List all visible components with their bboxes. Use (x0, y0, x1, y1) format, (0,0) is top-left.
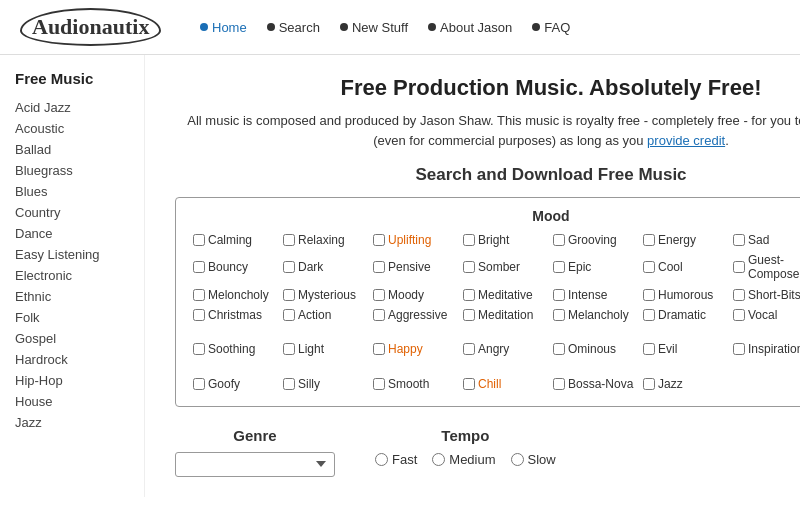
sidebar-link-acid-jazz[interactable]: Acid Jazz (15, 97, 129, 118)
mood-checkbox-somber[interactable] (463, 261, 475, 273)
mood-checkbox-evil[interactable] (643, 343, 655, 355)
sidebar-link-folk[interactable]: Folk (15, 307, 129, 328)
mood-label-uplifting[interactable]: Uplifting (388, 233, 431, 247)
nav-item-about-jason[interactable]: About Jason (428, 20, 512, 35)
mood-label-cool[interactable]: Cool (658, 260, 683, 274)
mood-label-vocal[interactable]: Vocal (748, 308, 777, 322)
sidebar-link-bluegrass[interactable]: Bluegrass (15, 160, 129, 181)
mood-label-epic[interactable]: Epic (568, 260, 591, 274)
mood-label-moody[interactable]: Moody (388, 288, 424, 302)
mood-checkbox-epic[interactable] (553, 261, 565, 273)
mood-checkbox-angry[interactable] (463, 343, 475, 355)
sidebar-link-easy-listening[interactable]: Easy Listening (15, 244, 129, 265)
nav-item-new-stuff[interactable]: New Stuff (340, 20, 408, 35)
tempo-radio-medium[interactable] (432, 453, 445, 466)
mood-checkbox-grooving[interactable] (553, 234, 565, 246)
mood-checkbox-guest-composer[interactable] (733, 261, 745, 273)
mood-checkbox-vocal[interactable] (733, 309, 745, 321)
mood-label-soothing[interactable]: Soothing (208, 342, 255, 356)
sidebar-link-hardrock[interactable]: Hardrock (15, 349, 129, 370)
mood-label-mysterious[interactable]: Mysterious (298, 288, 356, 302)
mood-label-action[interactable]: Action (298, 308, 331, 322)
mood-checkbox-inspiration[interactable] (733, 343, 745, 355)
sidebar-link-ballad[interactable]: Ballad (15, 139, 129, 160)
nav-item-home[interactable]: Home (200, 20, 247, 35)
mood-checkbox-cool[interactable] (643, 261, 655, 273)
mood-label-grooving[interactable]: Grooving (568, 233, 617, 247)
mood-checkbox-ominous[interactable] (553, 343, 565, 355)
mood-checkbox-uplifting[interactable] (373, 234, 385, 246)
mood-label-happy[interactable]: Happy (388, 342, 423, 356)
mood-label-aggressive[interactable]: Aggressive (388, 308, 447, 322)
mood-label-meditative[interactable]: Meditative (478, 288, 533, 302)
mood-label-meloncholy[interactable]: Meloncholy (208, 288, 269, 302)
mood-label-smooth[interactable]: Smooth (388, 377, 429, 391)
mood-checkbox-jazz2[interactable] (643, 378, 655, 390)
mood-label-chill[interactable]: Chill (478, 377, 501, 391)
mood-checkbox-meloncholy[interactable] (193, 289, 205, 301)
mood-checkbox-christmas[interactable] (193, 309, 205, 321)
mood-checkbox-happy[interactable] (373, 343, 385, 355)
mood-checkbox-mysterious[interactable] (283, 289, 295, 301)
mood-label-intense[interactable]: Intense (568, 288, 607, 302)
sidebar-link-hip-hop[interactable]: Hip-Hop (15, 370, 129, 391)
mood-label-pensive[interactable]: Pensive (388, 260, 431, 274)
genre-select[interactable]: AcousticBalladBluesCountryDanceElectroni… (175, 452, 335, 477)
mood-checkbox-meditative[interactable] (463, 289, 475, 301)
mood-checkbox-bossa-nova[interactable] (553, 378, 565, 390)
mood-label-bossa-nova[interactable]: Bossa-Nova (568, 377, 633, 391)
mood-label-dramatic[interactable]: Dramatic (658, 308, 706, 322)
mood-checkbox-dramatic[interactable] (643, 309, 655, 321)
mood-checkbox-short-bits[interactable] (733, 289, 745, 301)
mood-label-dark[interactable]: Dark (298, 260, 323, 274)
nav-item-faq[interactable]: FAQ (532, 20, 570, 35)
mood-label-ominous[interactable]: Ominous (568, 342, 616, 356)
mood-checkbox-chill[interactable] (463, 378, 475, 390)
mood-checkbox-light[interactable] (283, 343, 295, 355)
mood-label-inspiration[interactable]: Inspiration (748, 342, 800, 356)
mood-checkbox-silly[interactable] (283, 378, 295, 390)
mood-checkbox-intense[interactable] (553, 289, 565, 301)
sidebar-link-country[interactable]: Country (15, 202, 129, 223)
mood-label-evil[interactable]: Evil (658, 342, 677, 356)
mood-checkbox-meditation[interactable] (463, 309, 475, 321)
mood-checkbox-energy[interactable] (643, 234, 655, 246)
mood-label-jazz2[interactable]: Jazz (658, 377, 683, 391)
mood-checkbox-sad[interactable] (733, 234, 745, 246)
mood-label-bouncy[interactable]: Bouncy (208, 260, 248, 274)
mood-label-short-bits[interactable]: Short-Bits (748, 288, 800, 302)
mood-checkbox-action[interactable] (283, 309, 295, 321)
mood-checkbox-moody[interactable] (373, 289, 385, 301)
tempo-label-slow[interactable]: Slow (528, 452, 556, 467)
sidebar-link-jazz[interactable]: Jazz (15, 412, 129, 433)
mood-label-guest-composer[interactable]: Guest-Composer (748, 253, 800, 282)
mood-label-humorous[interactable]: Humorous (658, 288, 713, 302)
sidebar-link-acoustic[interactable]: Acoustic (15, 118, 129, 139)
mood-checkbox-melancholy[interactable] (553, 309, 565, 321)
sidebar-link-blues[interactable]: Blues (15, 181, 129, 202)
mood-label-meditation[interactable]: Meditation (478, 308, 533, 322)
tempo-label-medium[interactable]: Medium (449, 452, 495, 467)
mood-label-melancholy[interactable]: Melancholy (568, 308, 629, 322)
sidebar-link-electronic[interactable]: Electronic (15, 265, 129, 286)
mood-checkbox-relaxing[interactable] (283, 234, 295, 246)
mood-label-christmas[interactable]: Christmas (208, 308, 262, 322)
sidebar-link-ethnic[interactable]: Ethnic (15, 286, 129, 307)
mood-checkbox-pensive[interactable] (373, 261, 385, 273)
mood-label-angry[interactable]: Angry (478, 342, 509, 356)
mood-label-energy[interactable]: Energy (658, 233, 696, 247)
mood-checkbox-aggressive[interactable] (373, 309, 385, 321)
mood-checkbox-smooth[interactable] (373, 378, 385, 390)
mood-label-goofy[interactable]: Goofy (208, 377, 240, 391)
mood-label-somber[interactable]: Somber (478, 260, 520, 274)
sidebar-link-dance[interactable]: Dance (15, 223, 129, 244)
tempo-label-fast[interactable]: Fast (392, 452, 417, 467)
mood-label-bright[interactable]: Bright (478, 233, 509, 247)
tempo-radio-fast[interactable] (375, 453, 388, 466)
sidebar-link-gospel[interactable]: Gospel (15, 328, 129, 349)
mood-checkbox-calming[interactable] (193, 234, 205, 246)
mood-checkbox-soothing[interactable] (193, 343, 205, 355)
mood-label-light[interactable]: Light (298, 342, 324, 356)
sidebar-link-house[interactable]: House (15, 391, 129, 412)
mood-checkbox-dark[interactable] (283, 261, 295, 273)
